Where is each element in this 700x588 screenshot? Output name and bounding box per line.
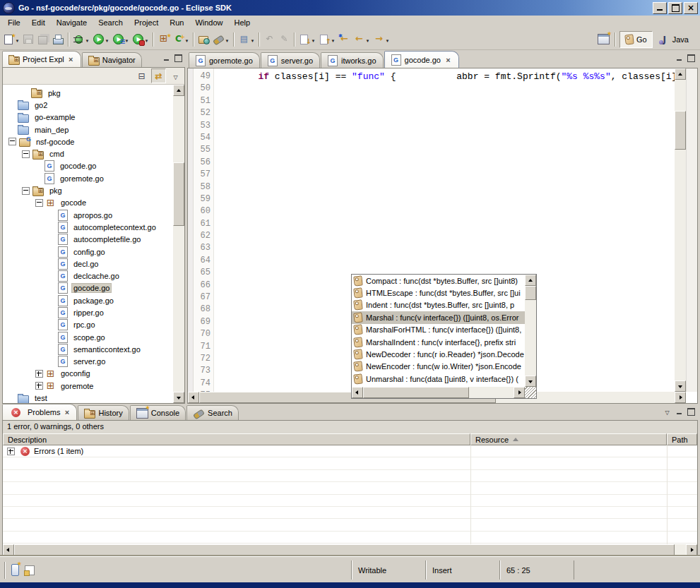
editor-minimize-button[interactable] [676, 55, 682, 61]
tree-item-package-go[interactable]: package.go [3, 294, 173, 306]
editor-vscroll-thumb[interactable] [675, 111, 686, 150]
problems-maximize-button[interactable] [687, 408, 695, 416]
menu-item-navigate[interactable]: Navigate [51, 17, 93, 28]
dropdown-arrow-icon[interactable] [225, 35, 230, 44]
editor-scroll-down-button[interactable] [675, 380, 686, 392]
sidebar-tab-project-expl[interactable]: Project Expl [2, 51, 81, 67]
completion-item-newdecoder[interactable]: NewDecoder : func(r io.Reader) *json.Dec… [352, 348, 525, 360]
tree-item-declcache-go[interactable]: declcache.go [3, 270, 173, 282]
editor-tab-server-go[interactable]: server.go [261, 52, 320, 68]
link-with-editor-button[interactable] [151, 68, 166, 83]
tree-expander-minus[interactable] [22, 150, 30, 158]
tree-item-gocode-go[interactable]: gocode.go [3, 160, 173, 172]
go-compile-button[interactable] [171, 32, 191, 47]
tree-item-main-dep[interactable]: main_dep [3, 124, 173, 136]
problems-hscroll-thumb[interactable] [14, 544, 675, 556]
sidebar-minimize-button[interactable] [163, 55, 170, 61]
popup-scroll-right-button[interactable] [514, 387, 525, 398]
bottom-tab-history[interactable]: History [78, 405, 129, 420]
sidebar-tab-navigator[interactable]: Navigator [82, 52, 142, 67]
popup-scroll-down-button[interactable] [525, 376, 536, 387]
bottom-tab-console[interactable]: Console [130, 405, 186, 420]
tree-item-ripper-go[interactable]: ripper.go [3, 306, 173, 318]
tree-scrollbar[interactable] [173, 85, 184, 403]
popup-vertical-scrollbar[interactable] [525, 275, 536, 387]
tree-item-cmd[interactable]: cmd [3, 148, 173, 160]
minimize-button[interactable] [653, 2, 667, 14]
profile-button[interactable] [131, 32, 150, 47]
completion-item-indent[interactable]: Indent : func(dst *bytes.Buffer, src []u… [352, 299, 525, 311]
tree-scroll-down-button[interactable] [173, 392, 184, 403]
menu-item-project[interactable]: Project [129, 17, 164, 28]
maximize-button[interactable] [668, 2, 682, 14]
dropdown-arrow-icon[interactable] [311, 35, 316, 44]
dropdown-arrow-icon[interactable] [250, 35, 255, 44]
tree-item-goremote[interactable]: goremote [3, 380, 173, 392]
run-button[interactable] [91, 32, 111, 47]
problems-view-menu-button[interactable] [663, 407, 671, 416]
close-tab-icon[interactable] [67, 55, 75, 64]
editor-tab-goremote-go[interactable]: goremote.go [189, 52, 260, 68]
editor-tab-gocode-go[interactable]: gocode.go [384, 51, 459, 68]
line-number-ruler[interactable]: 4950515253545556575859606162636465666768… [194, 68, 214, 392]
editor-maximize-button[interactable] [687, 54, 695, 62]
close-tab-icon[interactable] [63, 408, 71, 416]
dropdown-arrow-icon[interactable] [85, 35, 90, 44]
tree-scroll-up-button[interactable] [173, 85, 184, 96]
tree-item-rpc-go[interactable]: rpc.go [3, 319, 173, 331]
collapse-all-button[interactable] [135, 69, 148, 83]
tree-item-autocompletefile-go[interactable]: autocompletefile.go [3, 234, 173, 246]
completion-item-htmlescape[interactable]: HTMLEscape : func(dst *bytes.Buffer, src… [352, 287, 525, 299]
tree-item-goremote-go[interactable]: goremote.go [3, 172, 173, 184]
tree-item-server-go[interactable]: server.go [3, 356, 173, 368]
editor-scroll-up-button[interactable] [675, 68, 686, 80]
problems-row-errors-1-item[interactable]: Errors (1 item) [3, 445, 697, 457]
popup-vscroll-thumb[interactable] [525, 286, 536, 300]
tree-item-config-go[interactable]: config.go [3, 246, 173, 258]
column-header-resource[interactable]: Resource [470, 433, 667, 445]
editor-vertical-scrollbar[interactable] [675, 68, 686, 392]
open-resource-button[interactable] [196, 32, 211, 47]
popup-scroll-left-button[interactable] [352, 387, 363, 398]
completion-item-unmarshal[interactable]: Unmarshal : func(data []uint8, v interfa… [352, 373, 525, 385]
tree-expander-minus[interactable] [35, 199, 43, 207]
dropdown-arrow-icon[interactable] [184, 35, 189, 44]
code-line-50[interactable]: abbr = fmt.Sprintf("%s %s%s", classes[i]… [396, 71, 675, 82]
close-button[interactable]: × [684, 2, 698, 14]
dropdown-arrow-icon[interactable] [365, 35, 370, 44]
new-wizard-button[interactable] [1, 32, 21, 47]
tree-item-semanticcontext-go[interactable]: semanticcontext.go [3, 343, 173, 355]
dropdown-arrow-icon[interactable] [105, 35, 109, 44]
problems-horizontal-scrollbar[interactable] [3, 544, 697, 556]
tree-item-decl-go[interactable]: decl.go [3, 258, 173, 270]
forward-button[interactable] [372, 32, 391, 47]
tree-item-pkg[interactable]: pkg [3, 87, 173, 99]
menu-item-help[interactable]: Help [229, 17, 256, 28]
tree-item-apropos-go[interactable]: apropos.go [3, 209, 173, 221]
tree-item-goconfig[interactable]: goconfig [3, 368, 173, 380]
code-line-49[interactable]: if classes[i] == "func" { [214, 71, 396, 82]
next-annotation-button[interactable] [297, 32, 317, 47]
annotation-ruler[interactable] [188, 68, 194, 392]
sidebar-maximize-button[interactable] [174, 54, 182, 62]
tree-expander-minus[interactable] [8, 138, 16, 145]
perspective-go[interactable]: Go [619, 31, 653, 48]
popup-horizontal-scrollbar[interactable] [352, 387, 525, 398]
menu-item-file[interactable]: File [2, 17, 26, 28]
popup-resize-grip[interactable] [525, 387, 536, 398]
search-button[interactable] [211, 32, 231, 47]
completion-item-compact[interactable]: Compact : func(dst *bytes.Buffer, src []… [352, 275, 525, 287]
tree-scroll-thumb[interactable] [173, 162, 184, 226]
problems-scroll-left-button[interactable] [3, 544, 14, 556]
editor-scroll-left-button[interactable] [188, 392, 199, 403]
print-button[interactable] [51, 32, 66, 47]
completion-item-marshalindent[interactable]: MarshalIndent : func(v interface{}, pref… [352, 336, 525, 348]
row-expander[interactable] [7, 448, 15, 455]
tree-item-gocode[interactable]: gocode [3, 197, 173, 209]
tree-item-nsf-gocode[interactable]: nsf-gocode [3, 136, 173, 148]
editor-presentation-icon[interactable] [25, 565, 35, 575]
tree-item-autocompletecontext-go[interactable]: autocompletecontext.go [3, 221, 173, 233]
tree-expander-plus[interactable] [35, 382, 43, 390]
problems-minimize-button[interactable] [676, 409, 682, 415]
tree-item-scope-go[interactable]: scope.go [3, 331, 173, 343]
